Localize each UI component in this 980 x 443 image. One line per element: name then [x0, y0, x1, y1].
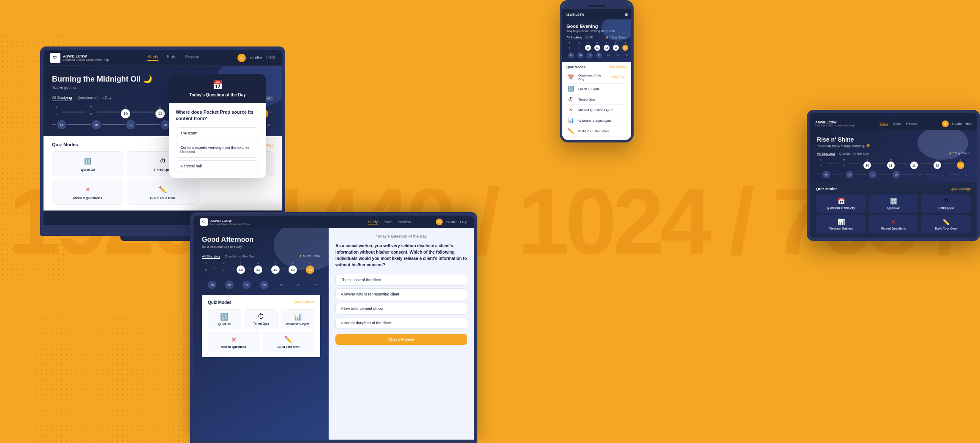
ipad-navbar: ASWB LCSW Licensed Clinical Social Work …: [810, 118, 977, 130]
tablet-tab-all[interactable]: All Studying: [202, 254, 220, 259]
phone-tab-all[interactable]: All Studying: [566, 36, 582, 39]
ipad-quiz-timed[interactable]: ⏱ Timed Quiz: [921, 194, 971, 213]
ipad-missed-label: Missed Questions: [881, 227, 906, 230]
tablet-help[interactable]: Help: [460, 220, 467, 224]
phone-mode-timed[interactable]: ⏱ Timed Quiz ›: [566, 94, 627, 105]
cal-day-t1: T10: [121, 105, 130, 118]
modal-option-3[interactable]: A crystal ball: [176, 160, 259, 172]
phone-mode-quick10[interactable]: 🔢 Quick 10 Quiz ›: [566, 84, 627, 94]
phone-app-name: ASWB LCSW: [566, 13, 584, 16]
cal-day-18: 18: [161, 120, 170, 129]
qotd-option-4[interactable]: A son or daughter of the client: [335, 317, 467, 329]
ipad-app-name: ASWB LCSW: [815, 120, 855, 124]
nav-help[interactable]: Help: [266, 55, 275, 60]
tablet-quick10-icon: 🔢: [220, 313, 229, 321]
nav-user: Studier: [250, 56, 262, 60]
qotd-option-3[interactable]: A law enforcement officer: [335, 303, 467, 314]
timed-icon: ⏱: [158, 156, 168, 166]
ipad-build-label: Build Your Own: [935, 227, 957, 230]
qotd-mode-label: Question of the Day: [578, 74, 607, 81]
tablet-nav-review[interactable]: Review: [398, 220, 411, 224]
cal-day-m: M9: [87, 105, 96, 118]
phone-mode-missed[interactable]: ✕ Missed Questions Quiz ›: [566, 105, 627, 115]
ipad-nav-study[interactable]: Study: [879, 122, 888, 126]
tab-all-studying[interactable]: All Studying: [52, 96, 72, 101]
tablet-quiz-timed[interactable]: ⏱ Timed Quiz: [245, 309, 278, 329]
cal-day-s1: S8: [52, 105, 61, 118]
hamburger-icon[interactable]: ≡: [625, 11, 628, 17]
tablet-quiz-link[interactable]: Quiz Settings: [294, 300, 314, 305]
build-mode-icon: ✏️: [566, 128, 575, 134]
tablet-app-sub: Licensed Clinical Social Work Prep: [210, 223, 250, 225]
tablet-user: Studier: [446, 220, 457, 224]
ipad-quiz-quick10[interactable]: 🔢 Quick 10: [868, 194, 918, 213]
ipad-nav-review[interactable]: Review: [906, 122, 917, 126]
quiz-card-quick10[interactable]: 🔢 Quick 10: [52, 151, 123, 176]
modal-option-1[interactable]: The exam: [176, 127, 259, 139]
ipad-missed-icon: ✕: [891, 219, 896, 225]
quiz-card-missed[interactable]: ✕ Missed Questions: [52, 180, 123, 205]
ipad-quick10-label: Quick 10: [887, 206, 899, 209]
weakest-mode-label: Weakest Subject Quiz: [578, 119, 622, 123]
ipad-nav-stats[interactable]: Stats: [893, 122, 901, 126]
phone-mode-weakest[interactable]: 📊 Weakest Subject Quiz ›: [566, 115, 627, 126]
ipad-tab-qotd[interactable]: Question of the Day: [839, 152, 869, 156]
phone-mode-build[interactable]: ✏️ Build Your Own Quiz ›: [566, 126, 627, 137]
modal-option-2[interactable]: Content experts working from the exam's …: [176, 142, 259, 158]
qotd-mode-icon: 📅: [566, 74, 575, 80]
tablet-navbar: 🛡 ASWB LCSW Licensed Clinical Social Wor…: [193, 216, 474, 228]
nav-review[interactable]: Review: [185, 55, 199, 61]
phone-tab-qotd[interactable]: QoTD: [585, 36, 593, 39]
ipad-body: ASWB LCSW Licensed Clinical Social Work …: [807, 110, 980, 241]
build-mode-label: Build Your Own Quiz: [578, 129, 622, 133]
ipad-settings-link[interactable]: Quiz Settings: [950, 187, 971, 191]
tablet-build-label: Build Your Own: [278, 345, 299, 348]
quick10-arrow-icon: ›: [626, 87, 627, 91]
ipad-device: ASWB LCSW Licensed Clinical Social Work …: [807, 110, 980, 241]
tablet-build-icon: ✏️: [284, 336, 293, 344]
ipad-quiz-qotd[interactable]: 📅 Question of the Day: [816, 194, 866, 213]
quiz-modes-title: Quiz Modes: [52, 142, 78, 147]
ipad-calendar-row2: 15 16 17 18 19 20 21: [817, 171, 970, 178]
tablet-tab-qotd[interactable]: Question of the Day: [225, 254, 255, 259]
tablet-quiz-header: Quiz Modes Quiz Settings: [208, 300, 314, 305]
tablet-calendar-row2: 15 16 17 18 19 20 21: [202, 281, 320, 289]
ipad-tab-all[interactable]: All Studying: [817, 152, 835, 156]
missed-label: Missed Questions: [73, 196, 102, 200]
quick10-icon: 🔢: [83, 156, 93, 166]
tab-question-of-day[interactable]: Question of the Day: [78, 96, 112, 101]
tablet-quiz-build[interactable]: ✏️ Build Your Own: [263, 332, 314, 352]
modal-title: Today's Question of the Day: [189, 93, 246, 97]
quiz-card-build[interactable]: ✏️ Build Your Own: [127, 180, 198, 205]
tablet-nav-study[interactable]: Study: [368, 220, 378, 224]
ipad-quiz-missed[interactable]: ✕ Missed Questions: [868, 215, 918, 233]
qotd-badge: May 19 ▾: [610, 75, 627, 79]
ipad-quiz-weakest[interactable]: 📊 Weakest Subject: [816, 215, 866, 233]
tablet-quiz-title: Quiz Modes: [208, 300, 231, 305]
nav-stats[interactable]: Stats: [167, 55, 177, 61]
tablet-qotd-panel: Today's Question of the Day As a social …: [329, 228, 474, 440]
ipad-build-icon: ✏️: [942, 219, 950, 225]
qotd-option-1[interactable]: The spouse of the client: [335, 274, 467, 286]
dot-pattern-bottom-left: [34, 316, 203, 443]
tablet-quiz-weakest[interactable]: 📊 Weakest Subject: [281, 309, 314, 329]
phone-mode-qotd[interactable]: 📅 Question of the Day May 19 ▾: [566, 71, 627, 84]
tablet-nav-stats[interactable]: Stats: [384, 220, 392, 224]
modal-qotd: 📅 Today's Question of the Day Where does…: [169, 74, 266, 178]
nav-study[interactable]: Study: [147, 55, 158, 61]
tablet-shield-icon: 🛡: [200, 218, 208, 226]
tablet-quiz-missed[interactable]: ✕ Missed Questions: [208, 332, 259, 352]
phone-modes-title: Quiz Modes: [566, 65, 585, 69]
ipad-qotd-label: Question of the Day: [827, 206, 855, 209]
check-answer-button[interactable]: Check Answer: [335, 334, 467, 345]
ipad-help[interactable]: Help: [965, 122, 972, 126]
tablet-quiz-quick10[interactable]: 🔢 Quick 10: [208, 309, 241, 329]
phone-settings-link[interactable]: Quiz Settings: [609, 65, 627, 69]
missed-arrow-icon: ›: [626, 108, 627, 112]
ipad-qotd-icon: 📅: [838, 198, 845, 205]
qotd-option-2[interactable]: A lawyer who is representing client: [335, 288, 467, 300]
tablet-content: 🛡 ASWB LCSW Licensed Clinical Social Wor…: [193, 216, 474, 440]
ipad-quiz-build[interactable]: ✏️ Build Your Own: [921, 215, 971, 233]
ipad-modes-header: Quiz Modes Quiz Settings: [816, 187, 971, 191]
missed-mode-label: Missed Questions Quiz: [578, 108, 622, 112]
